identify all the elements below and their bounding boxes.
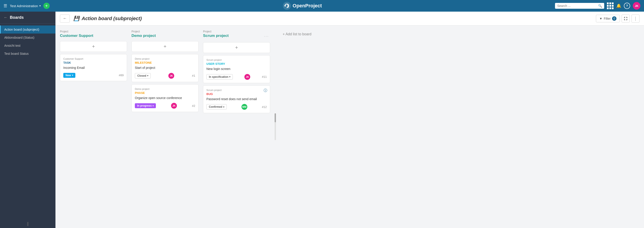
- hamburger-icon[interactable]: ☰: [4, 3, 7, 8]
- column-title-row-0: Customer Support: [60, 34, 127, 38]
- column-title-0: Customer Support: [60, 34, 93, 38]
- status-badge-12[interactable]: Confirmed ▾: [206, 104, 227, 110]
- card-12[interactable]: ⓘ Scrum project BUG Password reset does …: [203, 86, 270, 113]
- sidebar-item-aktionsboard-status[interactable]: Aktionsboard (Status): [0, 34, 56, 42]
- card-id-2: #2: [192, 104, 195, 108]
- scroll-indicator: [274, 113, 276, 140]
- column-header-customer-support: Project Customer Support: [60, 30, 127, 38]
- avatar-1: JK: [168, 73, 174, 79]
- card-title-1: Start of project: [135, 66, 195, 70]
- scroll-thumb: [274, 113, 276, 122]
- main-header: ← 💾 Action board (subproject) ▼ Filter 0…: [56, 12, 644, 26]
- column-title-row-1: Demo project: [132, 34, 198, 38]
- avatar-2: JK: [171, 103, 177, 109]
- card-footer-12: Confirmed ▾ MM #12: [206, 104, 267, 110]
- card-id-11: #11: [262, 75, 267, 78]
- sidebar-back-button[interactable]: ←: [4, 15, 8, 20]
- app-logo: OpenProject: [283, 2, 322, 10]
- expand-icon: [624, 16, 628, 20]
- status-label-1: Closed: [137, 74, 146, 77]
- new-item-button[interactable]: +: [44, 3, 50, 9]
- card-11[interactable]: Scrum project USER STORY New login scree…: [203, 55, 270, 83]
- card-type-1: MILESTONE: [135, 61, 195, 64]
- add-card-button-1[interactable]: +: [132, 41, 198, 52]
- status-arrow-2: ▾: [152, 104, 154, 107]
- sidebar-header: ← Boards: [0, 12, 56, 24]
- filter-button[interactable]: ▼ Filter 0: [596, 15, 620, 22]
- card-type-12: BUG: [206, 92, 267, 96]
- topnav: ☰ Test Administration ▾ + OpenProject 🔍 …: [0, 0, 644, 12]
- card-project-1: Demo project: [135, 58, 195, 60]
- sidebar-item-test-board-status[interactable]: Test board Status: [0, 50, 56, 58]
- app-body: ← Boards Action board (subproject) Aktio…: [0, 12, 644, 228]
- logo-text: OpenProject: [293, 3, 322, 9]
- info-icon-12: ⓘ: [264, 88, 267, 93]
- card-project-2: Demo project: [135, 88, 195, 90]
- column-header-demo-project: Project Demo project: [132, 30, 198, 38]
- status-label-12: Confirmed: [209, 105, 222, 108]
- logo-icon: [283, 2, 291, 10]
- project-dropdown-icon: ▾: [39, 4, 41, 8]
- add-card-button-0[interactable]: +: [60, 41, 127, 52]
- project-selector[interactable]: Test Administration ▾: [10, 4, 41, 8]
- card-footer-2: In progress ▾ JK #2: [135, 103, 195, 109]
- card-title-2: Organize open source conference: [135, 96, 195, 100]
- column-project-label-0: Project: [60, 30, 127, 33]
- sidebar-item-ansicht-test[interactable]: Ansicht test: [0, 42, 56, 50]
- status-badge-2[interactable]: In progress ▾: [135, 103, 156, 108]
- column-title-1: Demo project: [132, 34, 156, 38]
- search-input[interactable]: [557, 4, 596, 8]
- modules-icon[interactable]: [607, 2, 614, 9]
- column-header-scrum-project: Project Scrum project ···: [203, 30, 270, 39]
- more-options-button[interactable]: ⋮: [632, 14, 640, 22]
- card-1[interactable]: Demo project MILESTONE Start of project …: [132, 54, 198, 82]
- sidebar-title: Boards: [10, 15, 24, 20]
- card-footer-1: Closed ▾ JK #1: [135, 73, 195, 79]
- card-id-1: #1: [192, 74, 195, 77]
- notifications-icon[interactable]: 🔔: [616, 3, 621, 8]
- filter-count-badge: 0: [612, 16, 616, 21]
- svg-point-1: [284, 5, 286, 6]
- card-title-89: Incoming Email: [63, 66, 124, 70]
- column-project-label-2: Project: [203, 30, 270, 33]
- sidebar-nav: Action board (subproject) Aktionsboard (…: [0, 24, 56, 220]
- filter-icon: ▼: [599, 17, 602, 20]
- sidebar-resize-handle[interactable]: ‖: [0, 220, 56, 228]
- search-box[interactable]: 🔍: [555, 3, 604, 9]
- card-footer-11: In specification ▾ JK #11: [206, 74, 267, 80]
- topnav-center: OpenProject: [52, 2, 552, 10]
- user-avatar[interactable]: JK: [633, 2, 640, 10]
- card-type-89: TASK: [63, 61, 124, 64]
- add-card-button-2[interactable]: +: [203, 42, 270, 53]
- card-id-12: #12: [262, 105, 267, 109]
- sidebar: ← Boards Action board (subproject) Aktio…: [0, 12, 56, 228]
- status-label-89: New: [66, 74, 71, 77]
- header-actions: ▼ Filter 0 ⋮: [596, 14, 640, 22]
- card-type-11: USER STORY: [206, 62, 267, 66]
- search-icon: 🔍: [598, 4, 602, 8]
- card-89[interactable]: Customer Support TASK Incoming Email New…: [60, 54, 127, 81]
- add-list-button[interactable]: + Add list to board: [280, 30, 314, 38]
- card-2[interactable]: Demo project PHASE Organize open source …: [132, 84, 198, 112]
- status-label-2: In progress: [137, 104, 152, 107]
- status-badge-89[interactable]: New ▾: [63, 73, 75, 78]
- page-title: 💾 Action board (subproject): [73, 16, 592, 22]
- column-scrum-project: Project Scrum project ··· + Scrum projec…: [203, 30, 270, 113]
- column-more-button-2[interactable]: ···: [263, 34, 270, 39]
- help-icon[interactable]: ?: [624, 3, 630, 9]
- svg-point-0: [283, 2, 291, 10]
- column-customer-support: Project Customer Support + Customer Supp…: [60, 30, 127, 81]
- card-project-12: Scrum project: [206, 89, 267, 92]
- status-arrow-89: ▾: [72, 74, 73, 76]
- main-content: ← 💾 Action board (subproject) ▼ Filter 0…: [56, 12, 644, 228]
- expand-button[interactable]: [622, 14, 630, 22]
- status-badge-11[interactable]: In specification ▾: [206, 74, 233, 80]
- card-title-11: New login screen: [206, 67, 267, 71]
- project-name: Test Administration: [10, 4, 38, 8]
- card-id-89: #89: [119, 74, 124, 77]
- sidebar-item-action-board-subproject[interactable]: Action board (subproject): [0, 26, 56, 34]
- column-title-2: Scrum project: [203, 34, 228, 38]
- status-arrow-1: ▾: [147, 74, 148, 77]
- back-button[interactable]: ←: [60, 14, 70, 22]
- status-badge-1[interactable]: Closed ▾: [135, 73, 151, 78]
